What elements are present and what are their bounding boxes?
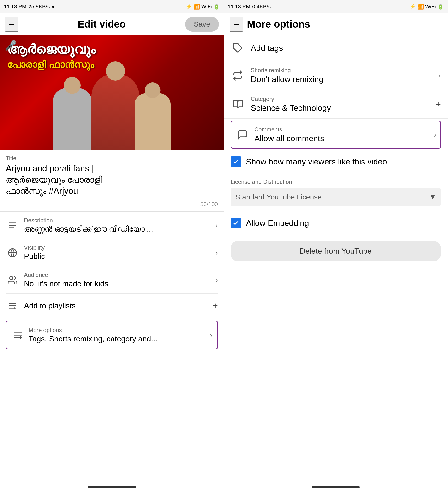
license-section: License and Distribution Standard YouTub… — [224, 173, 448, 212]
audience-content: Audience No, it's not made for kids — [24, 272, 213, 288]
left-panel: 11:13 PM 25.8KB/s ● ⚡ 📶 WiFi 🔋 ← Edit vi… — [0, 0, 224, 491]
mic-icon: 🎤 — [5, 40, 17, 51]
dropdown-arrow-icon: ▼ — [429, 193, 436, 201]
back-button-right[interactable]: ← — [230, 17, 243, 32]
time-left: 11:13 PM — [4, 4, 26, 10]
bluetooth-icon: ⚡ — [185, 4, 192, 10]
description-item[interactable]: Description അണ്ണൻ ഓട്ടയടിക്ക് ഈ വീഡിയോ .… — [6, 212, 218, 239]
add-tags-label: Add tags — [251, 43, 441, 53]
show-likes-checkbox[interactable] — [231, 156, 241, 167]
category-value: Science & Technology — [251, 103, 433, 113]
options-list: Add tags Shorts remixing Don't allow rem… — [224, 35, 448, 483]
wifi-icon: WiFi — [201, 4, 212, 10]
figure-side-right — [135, 93, 171, 150]
title-value[interactable]: Arjyou and porali fans | ആർജെയുവും പോരാള… — [6, 163, 218, 197]
category-icon — [231, 97, 245, 112]
remix-sublabel: Shorts remixing — [251, 67, 438, 74]
visibility-icon — [6, 246, 19, 259]
comments-item[interactable]: Comments Allow all comments › — [231, 121, 441, 149]
visibility-label: Visibility — [24, 244, 213, 251]
comments-chevron: › — [434, 131, 436, 139]
page-title-right: More options — [247, 19, 310, 30]
figure-head-main — [106, 61, 125, 81]
audience-value: No, it's not made for kids — [24, 279, 213, 288]
category-plus: + — [436, 99, 441, 109]
visibility-chevron: › — [215, 249, 218, 257]
visibility-value: Public — [24, 252, 213, 261]
right-panel: 11:13 PM 0.4KB/s ⚡ 📶 WiFi 🔋 ← More optio… — [224, 0, 448, 491]
home-indicator-right — [312, 486, 360, 488]
video-thumbnail: 🎤 ആർജെയുവും പോരാളി ഫാൻസും — [0, 35, 224, 150]
comments-value: Allow all comments — [254, 134, 434, 143]
thumbnail-figures — [0, 69, 224, 150]
add-playlist-item[interactable]: Add to playlists + — [6, 294, 218, 318]
visibility-item[interactable]: Visibility Public › — [6, 239, 218, 266]
allow-embedding-label: Allow Embedding — [246, 218, 309, 228]
delete-section: Delete from YouTube — [224, 234, 448, 268]
remix-icon — [231, 68, 245, 83]
left-content: Title Arjyou and porali fans | ആർജെയുവും… — [0, 150, 224, 483]
back-button-left[interactable]: ← — [5, 17, 18, 32]
license-section-label: License and Distribution — [231, 179, 441, 185]
audience-icon — [6, 273, 19, 287]
figure-main — [91, 73, 139, 150]
page-title-left: Edit video — [78, 19, 126, 30]
comments-sublabel: Comments — [254, 126, 434, 133]
title-label: Title — [6, 155, 218, 161]
comments-content: Comments Allow all comments — [254, 126, 434, 143]
allow-embedding-row[interactable]: Allow Embedding — [224, 212, 448, 234]
category-sublabel: Category — [251, 96, 433, 102]
home-indicator-left — [88, 486, 136, 488]
description-chevron: › — [215, 221, 218, 229]
more-options-header: ← More options — [224, 13, 448, 35]
playlist-icon — [6, 299, 19, 312]
status-bar-right: 11:13 PM 0.4KB/s ⚡ 📶 WiFi 🔋 — [224, 0, 448, 13]
status-bar-left: 11:13 PM 25.8KB/s ● ⚡ 📶 WiFi 🔋 — [0, 0, 224, 13]
time-right: 11:13 PM — [228, 4, 250, 10]
tags-icon — [231, 41, 245, 55]
playlist-content: Add to playlists — [24, 301, 210, 310]
add-tags-item[interactable]: Add tags — [224, 35, 448, 61]
signal-icon-r: 📶 — [417, 4, 424, 10]
category-item[interactable]: Category Science & Technology + — [224, 90, 448, 119]
save-button[interactable]: Save — [185, 17, 219, 32]
allow-embedding-checkbox[interactable] — [231, 218, 241, 228]
more-options-icon — [11, 329, 25, 342]
comments-icon — [235, 128, 250, 142]
status-icons-right: ⚡ 📶 WiFi 🔋 — [409, 4, 444, 10]
more-options-chevron: › — [210, 331, 212, 339]
audience-chevron: › — [215, 276, 218, 284]
more-options-item[interactable]: More options Tags, Shorts remixing, cate… — [6, 321, 218, 349]
title-section: Title Arjyou and porali fans | ആർജെയുവും… — [6, 150, 218, 199]
add-tags-content: Add tags — [251, 43, 441, 53]
show-likes-row[interactable]: Show how many viewers like this video — [224, 151, 448, 173]
license-value: Standard YouTube License — [235, 193, 321, 201]
category-content: Category Science & Technology — [251, 96, 433, 113]
more-options-sublabel: More options — [29, 327, 207, 333]
delete-button[interactable]: Delete from YouTube — [231, 241, 441, 261]
edit-video-header: ← Edit video Save — [0, 13, 224, 35]
figure-side-left — [53, 88, 91, 150]
more-options-value: Tags, Shorts remixing, category and... — [29, 334, 207, 343]
svg-point-5 — [10, 276, 13, 280]
description-value: അണ്ണൻ ഓട്ടയടിക്ക് ഈ വീഡിയോ ... — [24, 225, 213, 234]
license-dropdown[interactable]: Standard YouTube License ▼ — [231, 188, 441, 206]
battery-icon: 🔋 — [213, 4, 220, 10]
dot-left: ● — [52, 4, 55, 10]
remix-chevron: › — [438, 71, 441, 80]
description-content: Description അണ്ണൻ ഓട്ടയടിക്ക് ഈ വീഡിയോ .… — [24, 217, 213, 234]
more-options-content: More options Tags, Shorts remixing, cate… — [29, 327, 207, 343]
bluetooth-icon-r: ⚡ — [409, 4, 416, 10]
status-left-right: 11:13 PM 0.4KB/s — [228, 4, 271, 10]
signal-icon: 📶 — [193, 4, 200, 10]
wifi-icon-r: WiFi — [425, 4, 436, 10]
audience-item[interactable]: Audience No, it's not made for kids › — [6, 266, 218, 294]
char-count: 56/100 — [6, 199, 218, 211]
figure-head-left — [64, 77, 81, 94]
shorts-remixing-item[interactable]: Shorts remixing Don't allow remixing › — [224, 61, 448, 90]
speed-right: 0.4KB/s — [252, 4, 271, 10]
show-likes-label: Show how many viewers like this video — [246, 157, 387, 166]
speed-left: 25.8KB/s — [28, 4, 50, 10]
remix-value: Don't allow remixing — [251, 75, 438, 84]
description-label: Description — [24, 217, 213, 224]
